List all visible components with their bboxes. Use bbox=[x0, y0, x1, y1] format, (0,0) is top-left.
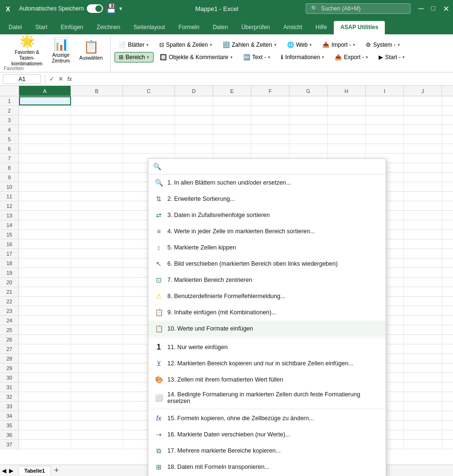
menu-item[interactable]: ⊡7. Markierten Bereich zentrieren bbox=[148, 272, 386, 288]
name-box[interactable] bbox=[3, 74, 41, 84]
grid-cell[interactable] bbox=[19, 144, 71, 153]
grid-cell[interactable] bbox=[404, 173, 442, 182]
grid-cell[interactable] bbox=[442, 259, 453, 268]
grid-cell[interactable] bbox=[404, 325, 442, 334]
grid-cell[interactable] bbox=[71, 354, 123, 363]
grid-cell[interactable] bbox=[71, 392, 123, 401]
grid-cell[interactable] bbox=[71, 402, 123, 411]
grid-cell[interactable] bbox=[213, 96, 251, 105]
tab-zeichnen[interactable]: Zeichnen bbox=[90, 21, 127, 34]
search-box[interactable]: 🔍 Suchen (Alt+M) bbox=[306, 3, 411, 14]
grid-cell[interactable] bbox=[71, 383, 123, 392]
menu-item[interactable]: ⇢16. Markierte Daten verschieben (nur We… bbox=[148, 426, 386, 443]
grid-cell[interactable] bbox=[71, 106, 123, 115]
grid-cell[interactable] bbox=[19, 268, 71, 277]
grid-cell[interactable] bbox=[442, 96, 453, 105]
grid-cell[interactable] bbox=[328, 106, 366, 115]
menu-item[interactable]: 🎨13. Zellen mit ihrem formatierten Wert … bbox=[148, 372, 386, 388]
grid-cell[interactable] bbox=[19, 354, 71, 363]
menu-item[interactable]: ⬜14. Bedingte Formatierung in markierten… bbox=[148, 388, 386, 408]
grid-cell[interactable] bbox=[442, 115, 453, 124]
formula-input[interactable] bbox=[74, 75, 450, 83]
grid-cell[interactable] bbox=[442, 173, 453, 182]
grid-cell[interactable] bbox=[71, 173, 123, 182]
grid-cell[interactable] bbox=[19, 220, 71, 229]
grid-cell[interactable] bbox=[71, 287, 123, 296]
grid-cell[interactable] bbox=[404, 259, 442, 268]
dropdown-text[interactable]: 🔤 Text - ▾ bbox=[239, 52, 275, 62]
col-header-F[interactable]: F bbox=[251, 86, 289, 96]
grid-cell[interactable] bbox=[19, 344, 71, 353]
grid-cell[interactable] bbox=[442, 363, 453, 373]
grid-cell[interactable] bbox=[19, 249, 71, 258]
close-btn[interactable]: ✕ bbox=[443, 4, 449, 13]
tab-asap[interactable]: ASAP Utilities bbox=[334, 21, 385, 34]
btn-auswaehlen[interactable]: 📋 Auswählen bbox=[75, 38, 106, 63]
grid-cell[interactable] bbox=[251, 144, 289, 153]
tab-daten[interactable]: Daten bbox=[206, 21, 235, 34]
grid-cell[interactable] bbox=[404, 163, 442, 172]
tab-formeln[interactable]: Formeln bbox=[172, 21, 206, 34]
grid-cell[interactable] bbox=[19, 125, 71, 134]
grid-cell[interactable] bbox=[328, 96, 366, 105]
grid-cell[interactable] bbox=[442, 421, 453, 430]
menu-item[interactable]: ⊞18. Daten mit Formeln transponieren... bbox=[148, 459, 386, 475]
grid-cell[interactable] bbox=[71, 135, 123, 144]
grid-cell[interactable] bbox=[71, 115, 123, 124]
grid-cell[interactable] bbox=[404, 383, 442, 392]
grid-cell[interactable] bbox=[442, 344, 453, 353]
dropdown-start[interactable]: ▶ Start - ▾ bbox=[374, 52, 409, 62]
grid-cell[interactable] bbox=[123, 106, 175, 115]
grid-cell[interactable] bbox=[19, 297, 71, 306]
btn-anzeige[interactable]: 📊 AnzeigeZentrum bbox=[48, 35, 73, 66]
dropdown-objekte[interactable]: 🔲 Objekte & Kommentare ▾ bbox=[155, 52, 237, 62]
grid-cell[interactable] bbox=[19, 325, 71, 334]
menu-item[interactable]: ≡4. Werte in jeder Zelle im markierten B… bbox=[148, 223, 386, 239]
grid-cell[interactable] bbox=[19, 106, 71, 115]
grid-cell[interactable] bbox=[442, 144, 453, 153]
dropdown-export[interactable]: 📤 Export - ▾ bbox=[330, 52, 372, 62]
grid-cell[interactable] bbox=[404, 211, 442, 220]
grid-cell[interactable] bbox=[251, 125, 289, 134]
quick-access-arrow[interactable]: ▾ bbox=[119, 5, 122, 12]
save-icon[interactable]: 💾 bbox=[106, 3, 116, 14]
grid-cell[interactable] bbox=[251, 106, 289, 115]
menu-item[interactable]: ⚠8. Benutzerdefinierte Formelfehlermeldu… bbox=[148, 288, 386, 304]
grid-cell[interactable] bbox=[71, 373, 123, 382]
grid-cell[interactable] bbox=[442, 201, 453, 210]
col-header-E[interactable]: E bbox=[213, 86, 251, 96]
grid-cell[interactable] bbox=[404, 154, 442, 163]
grid-cell[interactable] bbox=[213, 125, 251, 134]
grid-cell[interactable] bbox=[19, 411, 71, 420]
grid-cell[interactable] bbox=[71, 125, 123, 134]
col-header-A[interactable]: A bbox=[19, 86, 71, 96]
autosave-toggle[interactable] bbox=[87, 4, 103, 13]
grid-cell[interactable] bbox=[442, 325, 453, 334]
dropdown-blaetter[interactable]: 📄 Blätter ▾ bbox=[114, 40, 153, 50]
grid-cell[interactable] bbox=[71, 440, 123, 449]
grid-cell[interactable] bbox=[71, 259, 123, 268]
grid-cell[interactable] bbox=[366, 106, 404, 115]
grid-cell[interactable] bbox=[71, 325, 123, 334]
grid-cell[interactable] bbox=[366, 144, 404, 153]
grid-cell[interactable] bbox=[123, 144, 175, 153]
grid-cell[interactable] bbox=[366, 135, 404, 144]
grid-cell[interactable] bbox=[328, 115, 366, 124]
grid-cell[interactable] bbox=[404, 115, 442, 124]
menu-item[interactable]: ⧉17. Mehrere markierte Bereiche kopieren… bbox=[148, 443, 386, 459]
grid-cell[interactable] bbox=[19, 440, 71, 449]
grid-cell[interactable] bbox=[404, 106, 442, 115]
grid-cell[interactable] bbox=[213, 115, 251, 124]
col-header-I[interactable]: I bbox=[366, 86, 404, 96]
col-header-C[interactable]: C bbox=[123, 86, 175, 96]
grid-cell[interactable] bbox=[289, 106, 328, 115]
grid-cell[interactable] bbox=[442, 402, 453, 411]
grid-cell[interactable] bbox=[71, 163, 123, 172]
grid-cell[interactable] bbox=[71, 154, 123, 163]
grid-cell[interactable] bbox=[404, 192, 442, 201]
grid-cell[interactable] bbox=[289, 144, 328, 153]
grid-cell[interactable] bbox=[71, 363, 123, 373]
menu-item[interactable]: ⇄3. Daten in Zufallsreihenfolge sortiere… bbox=[148, 207, 386, 223]
grid-cell[interactable] bbox=[19, 115, 71, 124]
tab-ueberpruefen[interactable]: Überprüfen bbox=[235, 21, 277, 34]
